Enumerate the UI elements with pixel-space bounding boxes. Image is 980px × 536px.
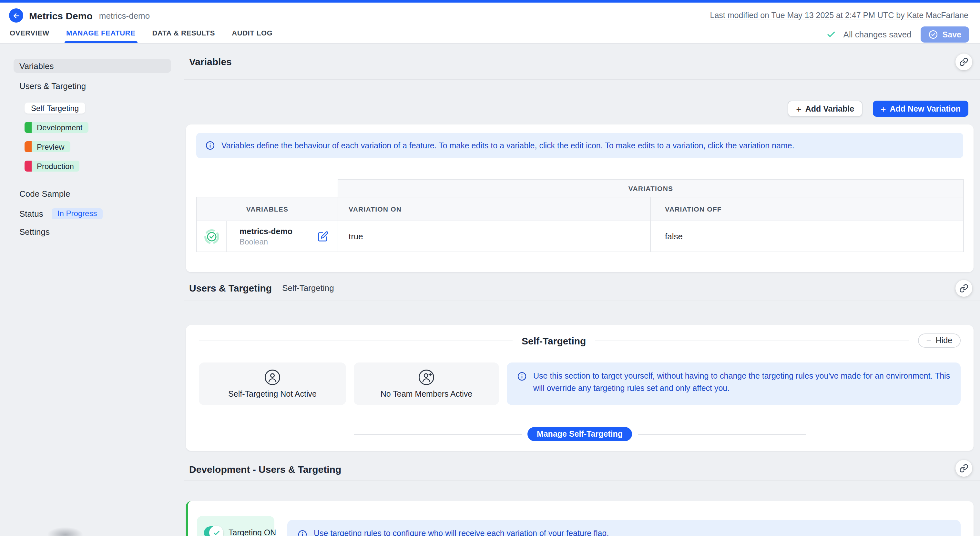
- variable-name: metrics-demo: [240, 227, 293, 236]
- variables-table: VARIATIONS VARIABLES VARIATION ON VARIAT…: [196, 179, 964, 252]
- main-content: Variables + Add Variable + Add New Varia…: [184, 44, 980, 536]
- top-accent-bar: [0, 0, 980, 3]
- user-plus-circle-icon: [418, 369, 435, 386]
- add-new-variation-label: Add New Variation: [890, 104, 961, 113]
- self-targeting-title: Self-Targeting: [522, 335, 586, 346]
- development-targeting-card: Targeting ON Use targeting rules to conf…: [186, 501, 974, 536]
- tab-manage-feature[interactable]: MANAGE FEATURE: [66, 29, 135, 43]
- development-section-header: Development - Users & Targeting: [184, 451, 980, 480]
- variations-group-header: VARIATIONS: [338, 180, 964, 197]
- plus-icon: +: [796, 104, 801, 113]
- info-icon: [205, 141, 215, 150]
- variables-toolbar: + Add Variable + Add New Variation: [184, 101, 968, 117]
- self-targeting-card: Self-Targeting − Hide Self-Targeting Not…: [186, 325, 974, 451]
- divider: [354, 434, 522, 435]
- edit-pencil-icon: [318, 231, 329, 242]
- sidebar: Variables Users & Targeting Self-Targeti…: [0, 44, 184, 536]
- tab-audit-log[interactable]: AUDIT LOG: [232, 29, 272, 43]
- tab-overview[interactable]: OVERVIEW: [10, 29, 49, 43]
- targeting-toggle-label: Targeting ON: [229, 528, 276, 536]
- feature-title: Metrics Demo: [29, 10, 93, 21]
- variables-card: Variables define the behaviour of each v…: [186, 124, 974, 272]
- circle-check-icon: [928, 30, 938, 40]
- copy-link-button[interactable]: [956, 53, 972, 70]
- variables-info-text: Variables define the behaviour of each v…: [221, 141, 794, 150]
- minus-icon: −: [926, 336, 931, 345]
- variable-name-cell: metrics-demo Boolean: [226, 221, 338, 252]
- app-window: Metrics Demo metrics-demo Last modified …: [0, 0, 980, 536]
- team-members-status-tile: No Team Members Active: [354, 363, 499, 405]
- variation-on-value: true: [338, 221, 651, 252]
- manage-self-targeting-button[interactable]: Manage Self-Targeting: [528, 427, 632, 441]
- copy-link-button[interactable]: [956, 280, 972, 297]
- self-targeting-info-banner: Use this section to target yourself, wit…: [507, 363, 961, 405]
- env-label: Production: [32, 160, 80, 171]
- section-subtitle: Self-Targeting: [282, 283, 334, 293]
- divider: [595, 340, 908, 341]
- sidebar-item-label: Code Sample: [19, 189, 70, 198]
- variable-row: metrics-demo Boolean true: [197, 221, 964, 252]
- divider: [638, 434, 805, 435]
- divider: [199, 340, 512, 341]
- sidebar-item-self-targeting[interactable]: Self-Targeting: [24, 103, 85, 114]
- sidebar-item-label: Users & Targeting: [19, 81, 86, 90]
- targeting-toggle-panel: Targeting ON: [197, 516, 274, 536]
- save-button-label: Save: [943, 30, 961, 39]
- check-icon: [827, 30, 836, 40]
- sidebar-item-label: Variables: [19, 61, 54, 71]
- add-new-variation-button[interactable]: + Add New Variation: [873, 101, 968, 117]
- self-targeting-info-text: Use this section to target yourself, wit…: [533, 370, 950, 395]
- sidebar-status-row: Status In Progress: [19, 206, 184, 220]
- sidebar-item-users-targeting[interactable]: Users & Targeting: [14, 79, 171, 93]
- variable-type-icon-cell: [197, 221, 226, 252]
- table-spacer-cell: [197, 180, 338, 197]
- variable-type: Boolean: [240, 237, 293, 246]
- sidebar-item-code-sample[interactable]: Code Sample: [14, 186, 171, 201]
- sidebar-item-variables[interactable]: Variables: [14, 59, 171, 73]
- tab-data-results[interactable]: DATA & RESULTS: [152, 29, 215, 43]
- section-title: Development - Users & Targeting: [189, 464, 341, 475]
- env-color-swatch-development: [24, 122, 32, 133]
- back-button[interactable]: [9, 8, 23, 22]
- user-circle-icon: [264, 369, 281, 386]
- info-icon: [298, 530, 307, 536]
- variation-off-column-header: VARIATION OFF: [651, 197, 964, 221]
- save-button[interactable]: Save: [921, 27, 969, 43]
- self-targeting-status-text: Self-Targeting Not Active: [228, 390, 317, 399]
- targeting-toggle[interactable]: [204, 526, 223, 536]
- team-members-status-text: No Team Members Active: [380, 390, 472, 399]
- arrow-left-icon: [12, 11, 20, 20]
- boolean-variable-icon: [197, 228, 226, 244]
- variation-off-value: false: [651, 221, 964, 252]
- sidebar-item-env-preview[interactable]: Preview: [24, 141, 70, 152]
- variables-info-banner: Variables define the behaviour of each v…: [196, 133, 963, 158]
- page-body: Variables Users & Targeting Self-Targeti…: [0, 44, 980, 536]
- hide-button[interactable]: − Hide: [918, 333, 961, 348]
- sidebar-subitems: Self-Targeting Development Preview: [24, 99, 184, 180]
- env-color-swatch-production: [24, 160, 32, 171]
- section-title: Users & Targeting: [189, 282, 272, 293]
- save-status-text: All changes saved: [843, 30, 912, 40]
- plus-icon: +: [881, 104, 886, 113]
- status-badge[interactable]: In Progress: [52, 208, 103, 219]
- sidebar-item-env-development[interactable]: Development: [24, 122, 88, 133]
- sidebar-item-settings[interactable]: Settings: [14, 224, 171, 239]
- variation-on-column-header: VARIATION ON: [338, 197, 651, 221]
- edit-variable-button[interactable]: [318, 231, 329, 242]
- env-label: Preview: [32, 141, 70, 152]
- copy-link-button[interactable]: [956, 460, 972, 477]
- save-area: All changes saved Save: [827, 27, 969, 43]
- add-variable-button[interactable]: + Add Variable: [788, 101, 862, 117]
- development-info-text: Use targeting rules to configure who wil…: [314, 529, 609, 536]
- variables-column-header: VARIABLES: [197, 197, 338, 221]
- env-label: Development: [32, 122, 88, 133]
- self-targeting-body: Self-Targeting Not Active No Team Member…: [199, 363, 961, 405]
- variables-section-header: Variables: [184, 44, 980, 80]
- sidebar-item-env-production[interactable]: Production: [24, 160, 80, 171]
- feature-key: metrics-demo: [99, 11, 150, 20]
- sidebar-item-label: Settings: [19, 227, 50, 236]
- hide-button-label: Hide: [936, 336, 952, 345]
- tab-bar: OVERVIEW MANAGE FEATURE DATA & RESULTS A…: [10, 29, 273, 43]
- add-variable-label: Add Variable: [805, 104, 854, 113]
- info-icon: [517, 371, 527, 381]
